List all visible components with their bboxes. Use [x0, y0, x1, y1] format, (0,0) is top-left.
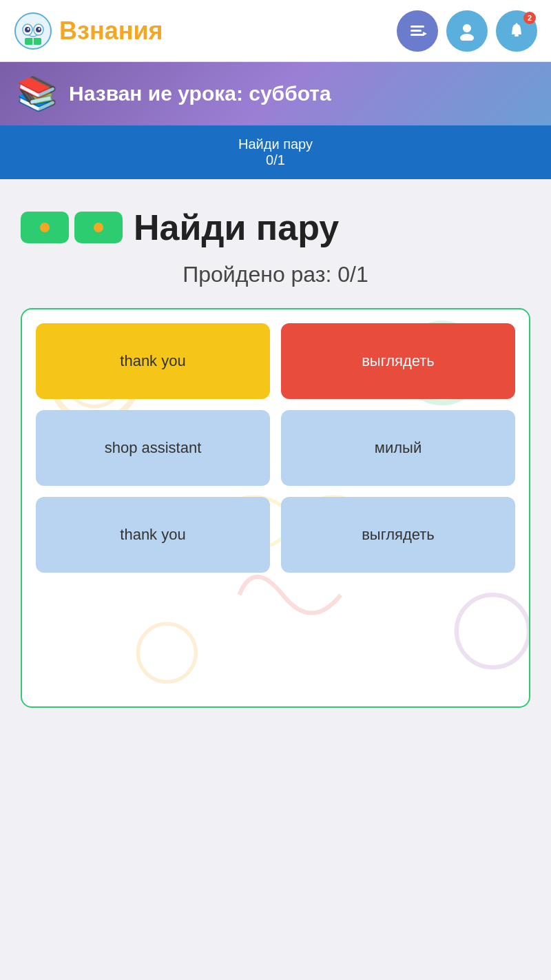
bell-icon [508, 22, 526, 40]
card-thank-you-blue[interactable]: thank you [36, 497, 270, 573]
svg-point-14 [460, 34, 474, 41]
game-title: Найди пару [134, 207, 339, 248]
card-grid-container: thank you выглядеть shop assistant милый… [21, 308, 530, 708]
header-actions: 2 [397, 10, 537, 52]
lesson-title: Назван ие урока: суббота [69, 82, 331, 105]
game-dot-1 [40, 223, 50, 232]
svg-rect-10 [410, 30, 422, 32]
main-content: Найди пару Пройдено раз: 0/1 [0, 179, 551, 728]
logo-text: Взнания [59, 17, 163, 45]
game-dot-box-1 [21, 212, 69, 243]
svg-point-5 [28, 28, 30, 30]
progress-score: 0/1 [14, 152, 537, 168]
notification-badge: 2 [523, 12, 536, 24]
card-vygladet-blue[interactable]: выглядеть [281, 497, 515, 573]
game-icons [21, 212, 123, 243]
svg-point-21 [457, 595, 529, 667]
progress-count: Пройдено раз: 0/1 [21, 262, 530, 287]
card-grid: thank you выглядеть shop assistant милый… [36, 323, 515, 573]
game-dot-2 [94, 223, 103, 232]
book-icon: 📚 [17, 74, 58, 113]
list-button[interactable] [397, 10, 438, 52]
lesson-title-bar: 📚 Назван ие урока: суббота [0, 62, 551, 125]
list-icon [408, 21, 427, 41]
svg-marker-12 [423, 32, 427, 36]
svg-rect-15 [514, 34, 519, 37]
progress-bar-section: Найди пару 0/1 [0, 125, 551, 179]
svg-rect-9 [410, 25, 424, 28]
bell-button[interactable]: 2 [496, 10, 537, 52]
user-icon [457, 21, 477, 41]
user-button[interactable] [446, 10, 488, 52]
app-header: Взнания 2 [0, 0, 551, 62]
svg-rect-11 [410, 34, 424, 36]
svg-point-22 [138, 624, 196, 682]
card-vygladet-red[interactable]: выглядеть [281, 323, 515, 399]
game-dot-box-2 [74, 212, 123, 243]
svg-point-16 [516, 23, 518, 25]
logo-icon [14, 12, 52, 50]
card-thank-you-yellow[interactable]: thank you [36, 323, 270, 399]
svg-point-6 [39, 28, 41, 30]
svg-point-13 [463, 24, 471, 32]
card-shop-assistant[interactable]: shop assistant [36, 410, 270, 486]
card-milyi[interactable]: милый [281, 410, 515, 486]
logo: Взнания [14, 12, 163, 50]
game-title-row: Найди пару [21, 207, 530, 248]
progress-label: Найди пару [14, 136, 537, 152]
